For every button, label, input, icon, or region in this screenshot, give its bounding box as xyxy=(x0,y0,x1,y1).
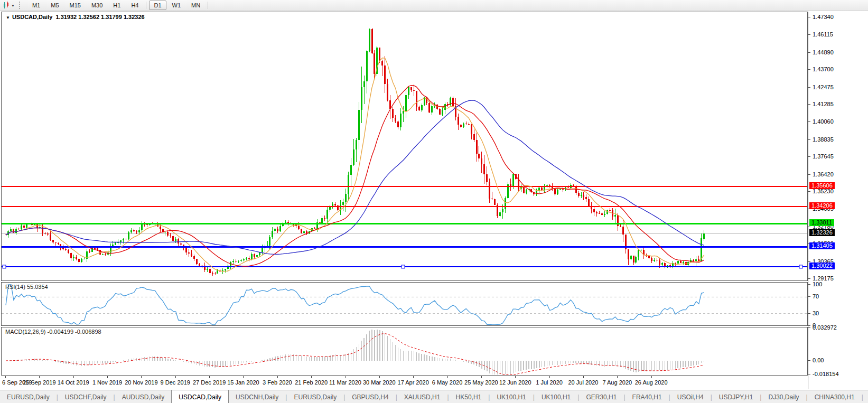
price-line-badge: 1.35606 xyxy=(809,182,835,189)
tab-ger30-h1[interactable]: GER30,H1 xyxy=(579,390,623,403)
candle-body xyxy=(256,255,258,257)
tab-china300-h1[interactable]: CHINA300,H1 xyxy=(808,390,862,403)
price-chart-canvas[interactable] xyxy=(2,12,807,280)
candle-body xyxy=(523,186,525,193)
candle-body xyxy=(366,51,368,81)
tab-usoil-h1[interactable]: USOil,H1 xyxy=(863,390,868,403)
tab-dj30-daily[interactable]: DJ30,Daily xyxy=(761,390,806,403)
price-scale[interactable]: 1.473401.461151.448901.437001.424751.412… xyxy=(808,12,868,389)
candle-body xyxy=(491,199,493,199)
date-tick-mark xyxy=(583,376,584,378)
candle-body xyxy=(392,109,394,118)
candle-body xyxy=(633,256,634,263)
candle-body xyxy=(326,210,328,219)
tab-usdcnh-daily[interactable]: USDCNH,Daily xyxy=(229,390,285,403)
candle-body xyxy=(567,188,569,188)
tab-usoil-h4[interactable]: USOil,H4 xyxy=(670,390,711,403)
date-tick-mark xyxy=(209,376,210,378)
candle-body xyxy=(593,209,595,212)
candle-body xyxy=(494,199,496,205)
tab-gbpusd-h4[interactable]: GBPUSD,H4 xyxy=(345,390,395,403)
tab-usdchf-daily[interactable]: USDCHF,Daily xyxy=(58,390,114,403)
candle-body xyxy=(677,261,679,264)
price-tick-mark xyxy=(808,227,810,227)
tab-eurusd-daily[interactable]: EURUSD,Daily xyxy=(0,390,57,403)
candle-body xyxy=(110,247,111,252)
macd-canvas[interactable] xyxy=(2,327,807,375)
candle-body xyxy=(324,218,325,219)
date-axis[interactable]: 6 Sep 201925 Sep 201914 Oct 20191 Nov 20… xyxy=(1,376,808,389)
price-tick-mark xyxy=(808,191,810,192)
candle-body xyxy=(693,260,694,260)
macd-panel[interactable]: MACD(12,26,9) -0.004199 -0.006898 xyxy=(1,327,808,376)
candle-body xyxy=(133,230,135,231)
macd-tick-mark xyxy=(808,360,810,361)
timeframe-h1[interactable]: H1 xyxy=(108,1,125,10)
rsi-canvas[interactable] xyxy=(2,283,807,325)
candle-body xyxy=(178,239,179,243)
rsi-label: RSI(14) 55.0354 xyxy=(5,284,48,290)
date-tick-mark xyxy=(413,376,414,378)
timeframe-mn[interactable]: MN xyxy=(186,1,205,10)
candle-body xyxy=(232,261,234,262)
candle-body xyxy=(269,237,270,245)
tab-eurusd-daily[interactable]: EURUSD,Daily xyxy=(287,390,343,403)
tab-xauusd-h1[interactable]: XAUUSD,H1 xyxy=(397,390,447,403)
candle-body xyxy=(70,253,72,258)
chart-tools-dropdown-caret[interactable]: ▼ xyxy=(11,4,15,7)
candle-body xyxy=(73,257,74,259)
date-tick-mark xyxy=(175,376,176,378)
timeframe-h4[interactable]: H4 xyxy=(126,1,143,10)
candle-body xyxy=(167,232,169,235)
candle-body xyxy=(361,87,362,110)
timeframe-m30[interactable]: M30 xyxy=(87,1,107,10)
date-tick-mark xyxy=(277,376,278,378)
date-tick-mark xyxy=(311,376,312,378)
tab-usdcad-daily[interactable]: USDCAD,Daily xyxy=(171,390,229,403)
candle-body xyxy=(314,228,315,229)
candle-body xyxy=(656,260,658,260)
candle-body xyxy=(105,254,106,255)
chart-tools-icon[interactable] xyxy=(2,1,11,10)
rsi-tick-mark xyxy=(808,284,810,285)
price-tick-label: 1.46115 xyxy=(813,31,833,38)
tab-audusd-daily[interactable]: AUDUSD,Daily xyxy=(115,390,172,403)
candle-body xyxy=(405,95,407,110)
candle-body xyxy=(196,259,198,264)
candle-body xyxy=(89,251,90,252)
date-label: 26 Aug 2020 xyxy=(630,379,673,386)
rsi-tick-mark xyxy=(808,313,810,314)
price-chart-panel[interactable]: ▼USDCAD,Daily 1.31932 1.32562 1.31799 1.… xyxy=(1,12,808,281)
tab-hk50-h1[interactable]: HK50,H1 xyxy=(449,390,489,403)
candle-body xyxy=(541,188,543,190)
candle-body xyxy=(334,204,336,206)
candle-body xyxy=(21,226,22,229)
candle-body xyxy=(94,248,96,249)
date-tick-mark xyxy=(107,376,108,378)
candle-body xyxy=(348,175,349,194)
candle-body xyxy=(410,87,412,90)
candle-body xyxy=(536,191,537,195)
collapse-caret-icon[interactable]: ▼ xyxy=(6,15,10,20)
candle-body xyxy=(23,226,25,228)
timeframe-d1[interactable]: D1 xyxy=(149,1,166,10)
rsi-panel[interactable]: RSI(14) 55.0354 xyxy=(1,282,808,326)
timeframe-w1[interactable]: W1 xyxy=(167,1,186,10)
timeframe-m15[interactable]: M15 xyxy=(65,1,86,10)
candle-body xyxy=(199,264,200,266)
toolbar: ▼ M1M5M15M30H1H4D1W1MN xyxy=(0,0,868,11)
price-tick-mark xyxy=(808,139,810,140)
timeframe-m5[interactable]: M5 xyxy=(46,1,63,10)
tab-uk100-h1[interactable]: UK100,H1 xyxy=(535,390,577,403)
candle-body xyxy=(604,214,605,215)
tab-fra40-h1[interactable]: FRA40,H1 xyxy=(626,390,669,403)
candle-body xyxy=(136,231,137,233)
tab-uk100-h1[interactable]: UK100,H1 xyxy=(490,390,533,403)
tab-usdjpy-h1[interactable]: USDJPY,H1 xyxy=(712,390,760,403)
timeframe-m1[interactable]: M1 xyxy=(27,1,45,10)
candle-body xyxy=(575,187,577,193)
candle-body xyxy=(478,154,480,158)
candle-body xyxy=(505,198,506,210)
toolbar-grip[interactable] xyxy=(19,2,23,9)
candle-body xyxy=(128,232,129,239)
